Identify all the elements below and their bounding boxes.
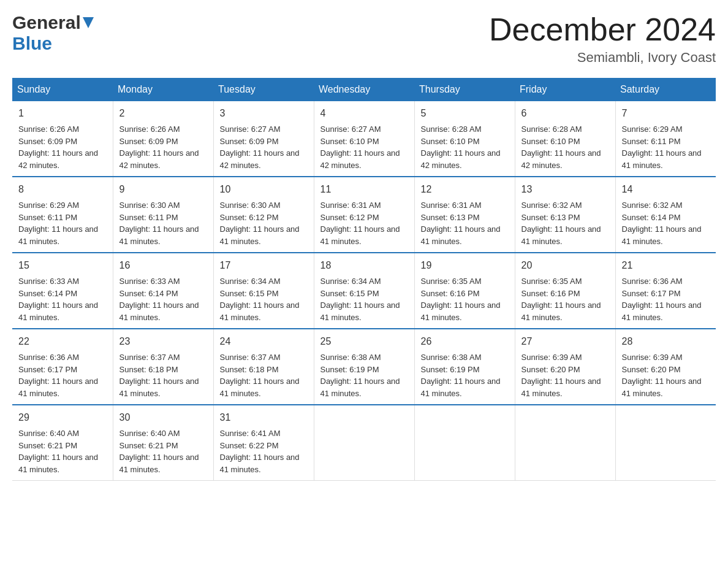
sunrise-label: Sunrise: 6:34 AM	[320, 277, 381, 286]
calendar-cell: 28 Sunrise: 6:39 AM Sunset: 6:20 PM Dayl…	[615, 329, 716, 405]
daylight-label: Daylight: 11 hours and 41 minutes.	[119, 224, 199, 246]
day-number: 6	[521, 106, 609, 121]
sunset-label: Sunset: 6:10 PM	[521, 137, 580, 146]
day-number: 11	[320, 182, 408, 197]
sunset-label: Sunset: 6:12 PM	[320, 213, 379, 222]
calendar-cell: 3 Sunrise: 6:27 AM Sunset: 6:09 PM Dayli…	[213, 101, 314, 177]
daylight-label: Daylight: 11 hours and 42 minutes.	[421, 148, 501, 170]
daylight-label: Daylight: 11 hours and 42 minutes.	[320, 148, 400, 170]
day-number: 29	[18, 410, 107, 425]
sunrise-label: Sunrise: 6:32 AM	[622, 201, 683, 210]
daylight-label: Daylight: 11 hours and 41 minutes.	[119, 301, 199, 322]
sunrise-label: Sunrise: 6:27 AM	[220, 124, 281, 134]
sunset-label: Sunset: 6:11 PM	[622, 137, 681, 146]
sunrise-label: Sunrise: 6:29 AM	[622, 124, 683, 134]
sunset-label: Sunset: 6:20 PM	[521, 365, 580, 374]
daylight-label: Daylight: 11 hours and 42 minutes.	[521, 148, 601, 170]
day-number: 21	[622, 258, 710, 273]
calendar-cell	[515, 405, 615, 481]
day-number: 8	[18, 182, 107, 197]
calendar-cell: 5 Sunrise: 6:28 AM Sunset: 6:10 PM Dayli…	[414, 101, 515, 177]
sunrise-label: Sunrise: 6:31 AM	[320, 201, 381, 210]
sunrise-label: Sunrise: 6:26 AM	[18, 124, 79, 134]
calendar-cell: 16 Sunrise: 6:33 AM Sunset: 6:14 PM Dayl…	[113, 253, 213, 329]
daylight-label: Daylight: 11 hours and 41 minutes.	[220, 224, 300, 246]
calendar-cell: 26 Sunrise: 6:38 AM Sunset: 6:19 PM Dayl…	[414, 329, 515, 405]
sunrise-label: Sunrise: 6:34 AM	[220, 277, 281, 286]
location-subtitle: Semiambli, Ivory Coast	[489, 50, 716, 66]
day-number: 4	[320, 106, 408, 121]
sunset-label: Sunset: 6:13 PM	[521, 213, 580, 222]
sunset-label: Sunset: 6:15 PM	[220, 289, 279, 298]
daylight-label: Daylight: 11 hours and 41 minutes.	[119, 377, 199, 398]
calendar-cell: 21 Sunrise: 6:36 AM Sunset: 6:17 PM Dayl…	[615, 253, 716, 329]
calendar-cell: 22 Sunrise: 6:36 AM Sunset: 6:17 PM Dayl…	[12, 329, 113, 405]
sunrise-label: Sunrise: 6:38 AM	[320, 353, 381, 362]
sunrise-label: Sunrise: 6:31 AM	[421, 201, 482, 210]
day-number: 9	[119, 182, 207, 197]
day-number: 20	[521, 258, 609, 273]
daylight-label: Daylight: 11 hours and 41 minutes.	[320, 301, 400, 322]
day-number: 3	[220, 106, 308, 121]
calendar-cell	[314, 405, 414, 481]
sunrise-label: Sunrise: 6:28 AM	[521, 124, 582, 134]
calendar-cell: 1 Sunrise: 6:26 AM Sunset: 6:09 PM Dayli…	[12, 101, 113, 177]
sunset-label: Sunset: 6:21 PM	[18, 441, 77, 450]
calendar-cell	[615, 405, 716, 481]
sunrise-label: Sunrise: 6:40 AM	[119, 429, 180, 438]
sunrise-label: Sunrise: 6:38 AM	[421, 353, 482, 362]
day-number: 2	[119, 106, 207, 121]
day-number: 14	[622, 182, 710, 197]
calendar-cell: 17 Sunrise: 6:34 AM Sunset: 6:15 PM Dayl…	[213, 253, 314, 329]
daylight-label: Daylight: 11 hours and 41 minutes.	[622, 301, 702, 322]
sunset-label: Sunset: 6:10 PM	[421, 137, 480, 146]
sunrise-label: Sunrise: 6:37 AM	[119, 353, 180, 362]
calendar-cell: 12 Sunrise: 6:31 AM Sunset: 6:13 PM Dayl…	[414, 177, 515, 253]
calendar-cell: 31 Sunrise: 6:41 AM Sunset: 6:22 PM Dayl…	[213, 405, 314, 481]
sunset-label: Sunset: 6:17 PM	[18, 365, 77, 374]
day-number: 18	[320, 258, 408, 273]
week-row-2: 8 Sunrise: 6:29 AM Sunset: 6:11 PM Dayli…	[12, 177, 716, 253]
sunrise-label: Sunrise: 6:39 AM	[622, 353, 683, 362]
calendar-cell: 19 Sunrise: 6:35 AM Sunset: 6:16 PM Dayl…	[414, 253, 515, 329]
daylight-label: Daylight: 11 hours and 41 minutes.	[220, 377, 300, 398]
sunset-label: Sunset: 6:18 PM	[119, 365, 178, 374]
daylight-label: Daylight: 11 hours and 41 minutes.	[18, 377, 98, 398]
daylight-label: Daylight: 11 hours and 41 minutes.	[421, 301, 501, 322]
daylight-label: Daylight: 11 hours and 41 minutes.	[521, 301, 601, 322]
sunrise-label: Sunrise: 6:36 AM	[622, 277, 683, 286]
day-number: 30	[119, 410, 207, 425]
day-number: 31	[220, 410, 308, 425]
sunrise-label: Sunrise: 6:33 AM	[119, 277, 180, 286]
daylight-label: Daylight: 11 hours and 41 minutes.	[18, 453, 98, 474]
day-number: 12	[421, 182, 509, 197]
calendar-cell: 25 Sunrise: 6:38 AM Sunset: 6:19 PM Dayl…	[314, 329, 414, 405]
week-row-5: 29 Sunrise: 6:40 AM Sunset: 6:21 PM Dayl…	[12, 405, 716, 481]
col-wednesday: Wednesday	[314, 78, 414, 101]
calendar-cell: 7 Sunrise: 6:29 AM Sunset: 6:11 PM Dayli…	[615, 101, 716, 177]
sunset-label: Sunset: 6:14 PM	[18, 289, 77, 298]
sunset-label: Sunset: 6:14 PM	[119, 289, 178, 298]
daylight-label: Daylight: 11 hours and 41 minutes.	[320, 377, 400, 398]
month-year-title: December 2024	[489, 12, 716, 47]
day-number: 25	[320, 334, 408, 349]
title-block: December 2024 Semiambli, Ivory Coast	[489, 12, 716, 66]
sunrise-label: Sunrise: 6:41 AM	[220, 429, 281, 438]
daylight-label: Daylight: 11 hours and 41 minutes.	[521, 377, 601, 398]
calendar-cell: 18 Sunrise: 6:34 AM Sunset: 6:15 PM Dayl…	[314, 253, 414, 329]
calendar-cell: 13 Sunrise: 6:32 AM Sunset: 6:13 PM Dayl…	[515, 177, 615, 253]
sunset-label: Sunset: 6:18 PM	[220, 365, 279, 374]
day-number: 22	[18, 334, 107, 349]
sunset-label: Sunset: 6:17 PM	[622, 289, 681, 298]
logo-triangle-icon	[83, 17, 94, 31]
sunset-label: Sunset: 6:19 PM	[320, 365, 379, 374]
sunrise-label: Sunrise: 6:36 AM	[18, 353, 79, 362]
day-number: 19	[421, 258, 509, 273]
day-number: 7	[622, 106, 710, 121]
col-thursday: Thursday	[414, 78, 515, 101]
daylight-label: Daylight: 11 hours and 41 minutes.	[421, 224, 501, 246]
sunset-label: Sunset: 6:12 PM	[220, 213, 279, 222]
sunset-label: Sunset: 6:19 PM	[421, 365, 480, 374]
daylight-label: Daylight: 11 hours and 41 minutes.	[421, 377, 501, 398]
sunset-label: Sunset: 6:11 PM	[119, 213, 178, 222]
